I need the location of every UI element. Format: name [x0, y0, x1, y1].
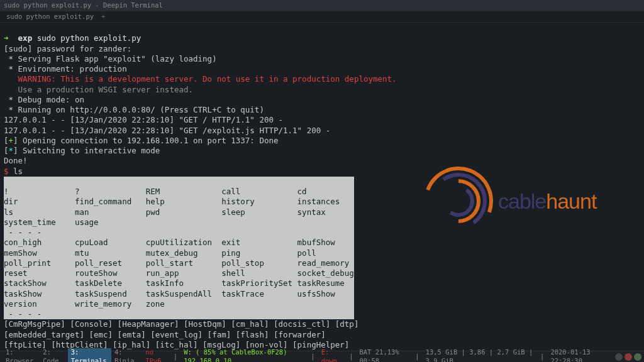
ls-row: version write_memory zone	[4, 299, 165, 309]
flask-env: * Environment: production	[4, 64, 127, 74]
ls-row: dir find_command help history instances	[4, 197, 340, 206]
tray-icon[interactable]	[615, 353, 623, 361]
window-titlebar: sudo python exploit.py - Deepin Terminal	[0, 0, 644, 11]
status-sep: |	[346, 353, 356, 361]
status-sep: |	[412, 353, 422, 361]
prompt-command: sudo python exploit.py	[37, 33, 142, 43]
pwn-done: Done!	[4, 156, 28, 165]
module-list: [CmRgMsgPipe] [Console] [HeapManager] [H…	[4, 319, 358, 329]
prompt-arrow: ➜	[4, 33, 9, 43]
workspace-binja[interactable]: 4: Binja	[111, 348, 142, 362]
status-battery: BAT 21,13% 00:58	[356, 348, 412, 362]
pwn-open: [+] Opening connection to 192.168.100.1 …	[4, 136, 279, 145]
ls-row: stackShow taskDelete taskInfo taskPriori…	[4, 278, 345, 288]
status-ethernet: E: down	[318, 348, 347, 362]
ls-dash: - - - -	[4, 309, 42, 319]
status-wifi: W: ( 85% at CableBox-0F28) 192.168.0.10	[180, 348, 308, 362]
http-log-1: 127.0.0.1 - - [13/Jan/2020 22:28:10] "GE…	[4, 115, 283, 124]
flask-use-prod: Use a production WSGI server instead.	[4, 85, 193, 94]
tab-bar: sudo python exploit.py +	[0, 11, 644, 23]
logo-text: cablehaunt	[498, 187, 596, 215]
ls-row: reset routeShow run_app shell socket_deb…	[4, 268, 354, 278]
http-log-2: 127.0.0.1 - - [13/Jan/2020 22:28:10] "GE…	[4, 126, 330, 135]
ls-row: ls man pwd sleep syntax	[4, 207, 326, 217]
workspace-terminals[interactable]: 3: Terminals	[68, 348, 111, 362]
tray-icons	[613, 353, 641, 361]
workspace-code[interactable]: 2: Code	[40, 348, 68, 362]
ls-row: poll_print poll_reset poll_start poll_st…	[4, 258, 349, 268]
sudo-prompt: [sudo] password for zander:	[4, 44, 131, 53]
new-tab-button[interactable]: +	[97, 13, 109, 21]
terminal-tab[interactable]: sudo python exploit.py	[3, 13, 97, 21]
status-sep: |	[308, 353, 318, 361]
status-noipv6: no IPv6	[142, 348, 170, 362]
status-datetime: 2020-01-13 22:28:30	[547, 348, 613, 362]
flask-running: * Running on http://0.0.0.0:80/ (Press C…	[4, 105, 264, 114]
ls-row: ! ? REM call cd	[4, 187, 307, 196]
shell-ls: $ ls	[4, 167, 23, 176]
tray-icon[interactable]	[634, 353, 641, 361]
status-bar: 1: Browser 2: Code 3: Terminals 4: Binja…	[0, 351, 644, 362]
ls-row: system_time usage	[4, 217, 99, 227]
status-memory: 13,5 GiB | 3,86 | 2,7 GiB | 3,9 GiB	[423, 348, 537, 362]
workspace-browser[interactable]: 1: Browser	[3, 348, 40, 362]
pwn-switch: [*] Switching to interactive mode	[4, 146, 160, 155]
ls-output: ! ? REM call cd dir find_command help hi…	[4, 177, 354, 320]
ls-row: con_high cpuLoad cpuUtilization exit mbu…	[4, 238, 335, 247]
status-sep: |	[170, 353, 180, 361]
status-sep: |	[537, 353, 547, 361]
module-list: [embedded_target] [emc] [emta] [event_lo…	[4, 330, 326, 339]
flask-debug: * Debug mode: on	[4, 95, 84, 104]
flask-warning: WARNING: This is a development server. D…	[4, 74, 397, 84]
prompt-context: exp	[18, 33, 33, 43]
logo-swirl-icon	[424, 167, 493, 236]
cablehaunt-logo: cablehaunt	[424, 160, 631, 242]
tray-icon[interactable]	[625, 353, 632, 361]
ls-row: memShow mtu mutex_debug ping poll	[4, 248, 316, 258]
window-title: sudo python exploit.py - Deepin Terminal	[4, 1, 163, 10]
ls-dash: - - - -	[4, 228, 42, 237]
flask-serving: * Serving Flask app "exploit" (lazy load…	[4, 54, 217, 63]
ls-row: taskShow taskSuspend taskSuspendAll task…	[4, 289, 335, 299]
